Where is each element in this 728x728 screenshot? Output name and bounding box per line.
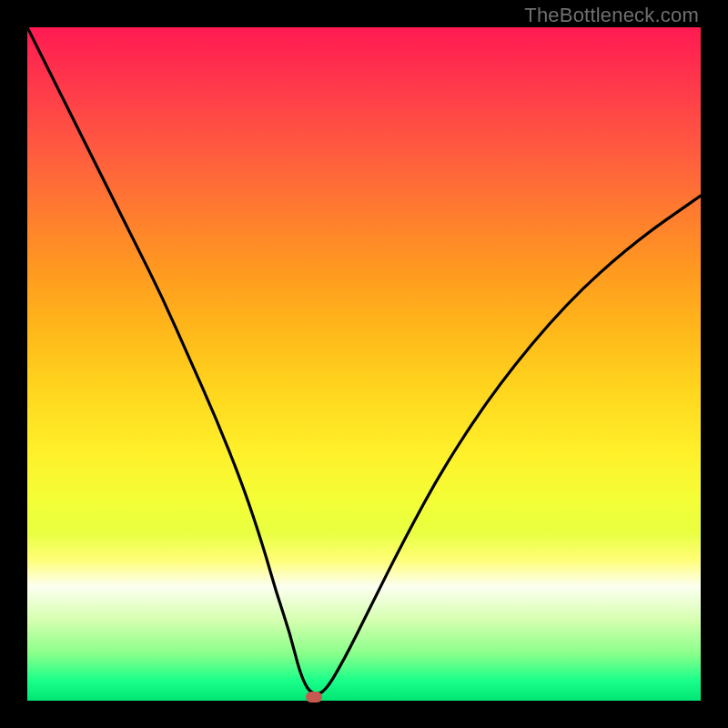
watermark-text: TheBottleneck.com [524,4,699,27]
minimum-marker [306,692,322,703]
plot-area [27,27,701,701]
bottleneck-curve-path [27,27,701,694]
chart-frame: TheBottleneck.com [0,0,728,728]
curve-svg [27,27,701,701]
